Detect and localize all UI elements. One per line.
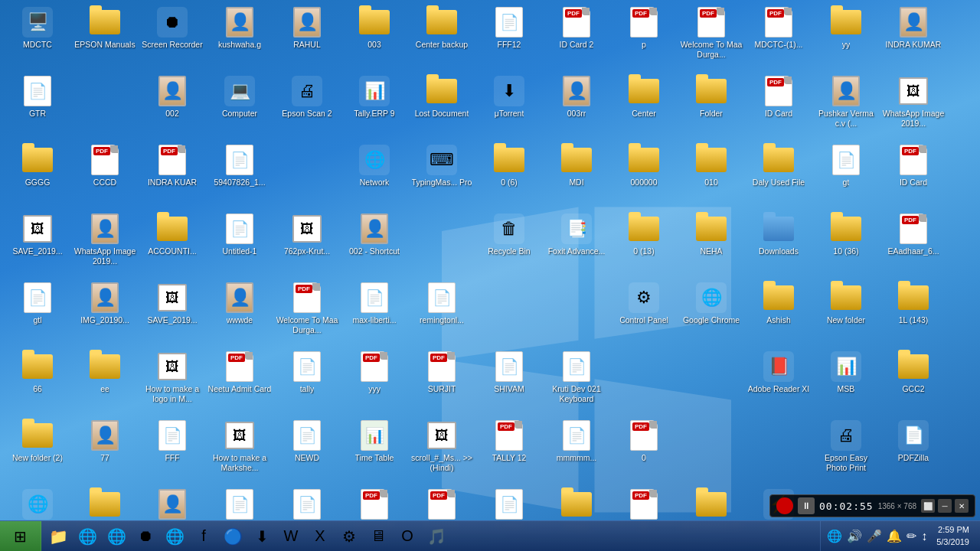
taskbar-icon-screen-recorder-tb[interactable]: ⏺ [132,523,159,550]
desktop-icon-gtr[interactable]: 📄 GTR [4,73,71,142]
taskbar-icon-excel-tb[interactable]: X [306,523,334,550]
desktop-icon-untitled-1[interactable]: 📄 Untitled-1 [206,210,273,279]
desktop-icon-save-2019-1[interactable]: 🖼 SAVE_2019... [4,210,71,279]
desktop-icon-eaadhar[interactable]: EAadhaar_6... [880,210,947,279]
desktop-icon-network[interactable]: 🌐 Network [341,142,408,210]
taskbar-icon-ie-tb[interactable]: 🌐 [161,523,188,550]
desktop-icon-max-liberti[interactable]: 📄 max-liberti... [341,279,408,348]
desktop-icon-foxit[interactable]: 📑 Foxit Advance... [543,210,610,279]
desktop-icon-daly-used[interactable]: Daly Used File [745,142,812,210]
desktop-icon-computer[interactable]: 💻 Computer [206,73,273,142]
desktop-icon-mdctc[interactable]: 🖥️ MDCTC [4,4,71,73]
taskbar-icon-internet-explorer[interactable]: 🌐 [74,523,101,550]
desktop-icon-pushkar[interactable]: 👤 Pushkar Verma c.v (... [812,73,880,142]
desktop-icon-mmmmm[interactable]: 📄 mmmmm... [543,417,610,486]
desktop-icon-59407826[interactable]: 📄 59407826_1... [206,142,273,210]
desktop-icon-msb[interactable]: 📊 MSB [812,348,880,417]
desktop-icon-66[interactable]: 66 [4,348,71,417]
taskbar-icon-monitor-tb[interactable]: 🖥 [364,523,392,550]
desktop-icon-yyy[interactable]: yyy [341,348,408,417]
tray-network[interactable]: 🌐 [827,529,842,543]
desktop-icon-tally[interactable]: 📄 tally [273,348,341,417]
desktop-icon-gggg[interactable]: GGGG [4,142,71,210]
desktop-icon-fff[interactable]: 📄 FFF [139,417,206,486]
desktop-icon-003rr[interactable]: 👤 003rr [543,73,610,142]
desktop-icon-screen-recorder[interactable]: ⏺ Screen Recorder [139,4,206,73]
desktop-icon-lost-doc[interactable]: Lost Document [408,73,475,142]
desktop-icon-scroll-ms[interactable]: 🖼 scroll_#_Ms... >>(Hindi) [408,417,475,486]
desktop-icon-how-to-mark[interactable]: 🖼 How to make a Markshe... [206,417,273,486]
desktop-icon-0-6[interactable]: 0 (6) [475,142,543,210]
desktop-icon-accounting[interactable]: ACCOUNTI... [139,210,206,279]
desktop-icon-epson-easy[interactable]: 🖨 Epson Easy Photo Print [812,417,880,486]
desktop-icon-tally-12[interactable]: TALLY 12 [475,417,543,486]
recorder-pause-button[interactable]: ⏸ [798,497,815,514]
desktop-icon-center-backup[interactable]: Center backup [408,4,475,73]
desktop-icon-000000[interactable]: 000000 [610,142,678,210]
desktop-icon-center[interactable]: Center [610,73,678,142]
desktop-icon-welcome-maa[interactable]: Welcome To Maa Durga... [678,4,745,73]
desktop-icon-control-panel[interactable]: ⚙ Control Panel [610,279,678,348]
desktop-icon-recycle[interactable]: 🗑 Recycle Bin [475,210,543,279]
desktop-icon-gtl[interactable]: 📄 gtl [4,279,71,348]
desktop-icon-new-folder-2[interactable]: New folder (2) [4,417,71,486]
desktop-icon-neetu-admit[interactable]: Neetu Admit Card [206,348,273,417]
desktop-icon-mdctc-1[interactable]: MDCTC-(1)... [745,4,812,73]
tray-arrow[interactable]: ↕ [921,530,927,543]
taskbar-icon-settings-tb[interactable]: ⚙ [335,523,363,550]
desktop-icon-cccd[interactable]: CCCD [71,142,139,210]
desktop-icon-mdi[interactable]: MDI [543,142,610,210]
desktop-icon-folder[interactable]: Folder [678,73,745,142]
desktop-icon-how-to-make-logo[interactable]: 🖼 How to make a logo in M... [139,348,206,417]
recorder-maximize-button[interactable]: ⬜ [921,499,935,513]
desktop-icon-10-36[interactable]: 10 (36) [812,210,880,279]
start-button[interactable]: ⊞ [0,521,41,552]
tray-pen[interactable]: ✏ [906,529,916,543]
desktop-icon-adobe-reader[interactable]: 📕 Adobe Reader XI [745,348,812,417]
desktop-icon-0-count[interactable]: 0 [610,417,678,486]
tray-sound[interactable]: 🔊 [847,529,862,543]
taskbar-icon-ball[interactable]: 🔵 [219,523,247,550]
desktop-icon-shivam[interactable]: 📄 SHIVAM [475,348,543,417]
desktop-icon-img-2019[interactable]: 👤 IMG_20190... [71,279,139,348]
taskbar-icon-word-tb[interactable]: W [277,523,305,550]
desktop-icon-id-card-2[interactable]: ID Card 2 [543,4,610,73]
desktop-icon-typing-mas[interactable]: ⌨ TypingMas... Pro [408,142,475,210]
desktop-icon-id-card-mid[interactable]: ID Card [880,142,947,210]
desktop-icon-tally-erp[interactable]: 📊 Tally.ERP 9 [341,73,408,142]
taskbar-icon-chrome[interactable]: 🌐 [103,523,130,550]
desktop-icon-neha[interactable]: NEHA [678,210,745,279]
desktop-icon-newd[interactable]: 📄 NEWD [273,417,341,486]
desktop-icon-77[interactable]: 👤 77 [71,417,139,486]
desktop-icon-whatsapp-mid[interactable]: 👤 WhatsApp Image 2019... [71,210,139,279]
desktop-icon-kruti-dev[interactable]: 📄 Kruti Dev 021 Keyboard [543,348,610,417]
desktop-icon-save-2019-2[interactable]: 🖼 SAVE_2019... [139,279,206,348]
desktop-icon-epson-manuals[interactable]: EPSON Manuals [71,4,139,73]
desktop-icon-indra-kumar[interactable]: 👤 INDRA KUMAR [880,4,947,73]
desktop-icon-003[interactable]: 003 [341,4,408,73]
recorder-close-button[interactable]: ✕ [955,499,969,513]
desktop-icon-pdfzilla[interactable]: 📄 PDFZilla [880,417,947,486]
taskbar-icon-file-explorer[interactable]: 📁 [44,523,72,550]
taskbar-icon-opera-tb[interactable]: O [394,523,421,550]
desktop-icon-fff12[interactable]: 📄 FFF12 [475,4,543,73]
desktop-icon-rahul[interactable]: 👤 RAHUL [273,4,341,73]
desktop-icon-id-card[interactable]: ID Card [745,73,812,142]
desktop-icon-0-13[interactable]: 0 (13) [610,210,678,279]
desktop-icon-010[interactable]: 010 [678,142,745,210]
desktop-icon-remington[interactable]: 📄 remingtonl... [408,279,475,348]
desktop-icon-ashish[interactable]: Ashish [745,279,812,348]
desktop-icon-downloads[interactable]: Downloads [745,210,812,279]
desktop-icon-google-chrome-1[interactable]: 🌐 Google Chrome [678,279,745,348]
tray-mic[interactable]: 🎤 [867,529,882,543]
desktop-icon-time-table[interactable]: 📊 Time Table [341,417,408,486]
tray-notification[interactable]: 🔔 [887,529,902,543]
desktop-icon-762px[interactable]: 🖼 762px-Krut... [273,210,341,279]
taskbar-icon-facebook[interactable]: f [190,523,217,550]
desktop-icon-welcome-maa2[interactable]: Welcome To Maa Durga... [273,279,341,348]
taskbar-icon-music-tb[interactable]: 🎵 [423,523,450,550]
desktop-icon-p[interactable]: p [610,4,678,73]
desktop-icon-surjit[interactable]: SURJIT [408,348,475,417]
desktop-icon-kushwaha-g[interactable]: 👤 kushwaha.g [206,4,273,73]
recorder-minimize-button[interactable]: ─ [938,499,952,513]
